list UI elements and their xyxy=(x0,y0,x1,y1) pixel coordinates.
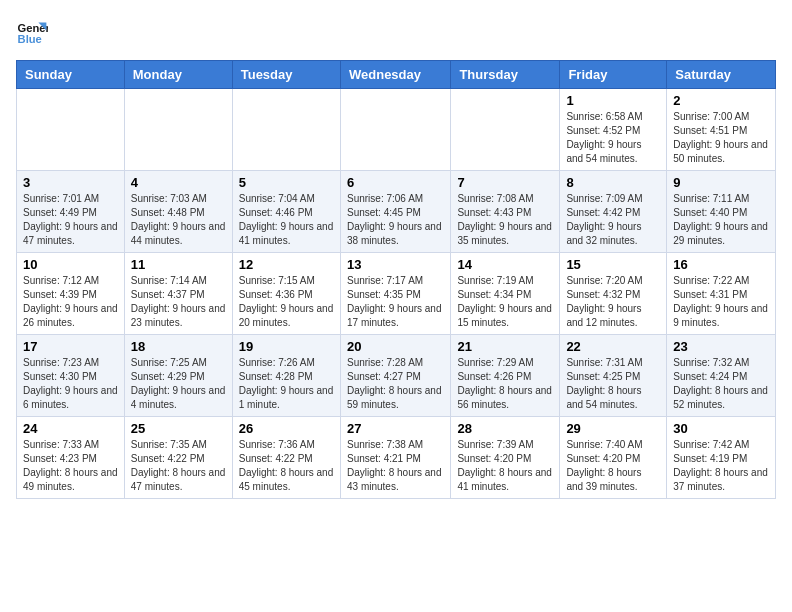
calendar-cell xyxy=(124,89,232,171)
day-info: Sunrise: 7:26 AM Sunset: 4:28 PM Dayligh… xyxy=(239,356,334,412)
calendar-cell: 20Sunrise: 7:28 AM Sunset: 4:27 PM Dayli… xyxy=(340,335,450,417)
day-number: 26 xyxy=(239,421,334,436)
logo: General Blue xyxy=(16,16,48,48)
day-info: Sunrise: 7:31 AM Sunset: 4:25 PM Dayligh… xyxy=(566,356,660,412)
calendar-cell: 26Sunrise: 7:36 AM Sunset: 4:22 PM Dayli… xyxy=(232,417,340,499)
calendar-header-saturday: Saturday xyxy=(667,61,776,89)
day-number: 25 xyxy=(131,421,226,436)
day-info: Sunrise: 7:25 AM Sunset: 4:29 PM Dayligh… xyxy=(131,356,226,412)
day-number: 4 xyxy=(131,175,226,190)
day-number: 17 xyxy=(23,339,118,354)
day-info: Sunrise: 7:09 AM Sunset: 4:42 PM Dayligh… xyxy=(566,192,660,248)
calendar-table: SundayMondayTuesdayWednesdayThursdayFrid… xyxy=(16,60,776,499)
day-info: Sunrise: 7:28 AM Sunset: 4:27 PM Dayligh… xyxy=(347,356,444,412)
calendar-cell: 17Sunrise: 7:23 AM Sunset: 4:30 PM Dayli… xyxy=(17,335,125,417)
day-number: 2 xyxy=(673,93,769,108)
day-number: 23 xyxy=(673,339,769,354)
calendar-cell: 6Sunrise: 7:06 AM Sunset: 4:45 PM Daylig… xyxy=(340,171,450,253)
day-info: Sunrise: 7:04 AM Sunset: 4:46 PM Dayligh… xyxy=(239,192,334,248)
day-number: 11 xyxy=(131,257,226,272)
calendar-week-row: 1Sunrise: 6:58 AM Sunset: 4:52 PM Daylig… xyxy=(17,89,776,171)
day-info: Sunrise: 7:20 AM Sunset: 4:32 PM Dayligh… xyxy=(566,274,660,330)
calendar-header-wednesday: Wednesday xyxy=(340,61,450,89)
calendar-cell: 10Sunrise: 7:12 AM Sunset: 4:39 PM Dayli… xyxy=(17,253,125,335)
day-number: 29 xyxy=(566,421,660,436)
day-number: 30 xyxy=(673,421,769,436)
calendar-header-monday: Monday xyxy=(124,61,232,89)
day-info: Sunrise: 7:38 AM Sunset: 4:21 PM Dayligh… xyxy=(347,438,444,494)
calendar-cell: 5Sunrise: 7:04 AM Sunset: 4:46 PM Daylig… xyxy=(232,171,340,253)
calendar-cell: 12Sunrise: 7:15 AM Sunset: 4:36 PM Dayli… xyxy=(232,253,340,335)
calendar-cell: 13Sunrise: 7:17 AM Sunset: 4:35 PM Dayli… xyxy=(340,253,450,335)
day-info: Sunrise: 7:00 AM Sunset: 4:51 PM Dayligh… xyxy=(673,110,769,166)
calendar-cell: 8Sunrise: 7:09 AM Sunset: 4:42 PM Daylig… xyxy=(560,171,667,253)
day-info: Sunrise: 7:23 AM Sunset: 4:30 PM Dayligh… xyxy=(23,356,118,412)
calendar-cell: 23Sunrise: 7:32 AM Sunset: 4:24 PM Dayli… xyxy=(667,335,776,417)
day-info: Sunrise: 7:19 AM Sunset: 4:34 PM Dayligh… xyxy=(457,274,553,330)
calendar-body: 1Sunrise: 6:58 AM Sunset: 4:52 PM Daylig… xyxy=(17,89,776,499)
day-number: 18 xyxy=(131,339,226,354)
calendar-week-row: 24Sunrise: 7:33 AM Sunset: 4:23 PM Dayli… xyxy=(17,417,776,499)
calendar-cell: 11Sunrise: 7:14 AM Sunset: 4:37 PM Dayli… xyxy=(124,253,232,335)
page-header: General Blue xyxy=(16,16,776,48)
calendar-header-row: SundayMondayTuesdayWednesdayThursdayFrid… xyxy=(17,61,776,89)
day-info: Sunrise: 7:06 AM Sunset: 4:45 PM Dayligh… xyxy=(347,192,444,248)
day-number: 14 xyxy=(457,257,553,272)
day-number: 28 xyxy=(457,421,553,436)
day-info: Sunrise: 6:58 AM Sunset: 4:52 PM Dayligh… xyxy=(566,110,660,166)
day-info: Sunrise: 7:32 AM Sunset: 4:24 PM Dayligh… xyxy=(673,356,769,412)
calendar-cell: 21Sunrise: 7:29 AM Sunset: 4:26 PM Dayli… xyxy=(451,335,560,417)
day-info: Sunrise: 7:33 AM Sunset: 4:23 PM Dayligh… xyxy=(23,438,118,494)
day-info: Sunrise: 7:12 AM Sunset: 4:39 PM Dayligh… xyxy=(23,274,118,330)
day-number: 24 xyxy=(23,421,118,436)
calendar-cell xyxy=(451,89,560,171)
day-info: Sunrise: 7:29 AM Sunset: 4:26 PM Dayligh… xyxy=(457,356,553,412)
day-number: 3 xyxy=(23,175,118,190)
day-info: Sunrise: 7:14 AM Sunset: 4:37 PM Dayligh… xyxy=(131,274,226,330)
day-number: 21 xyxy=(457,339,553,354)
day-info: Sunrise: 7:22 AM Sunset: 4:31 PM Dayligh… xyxy=(673,274,769,330)
calendar-cell: 1Sunrise: 6:58 AM Sunset: 4:52 PM Daylig… xyxy=(560,89,667,171)
day-info: Sunrise: 7:03 AM Sunset: 4:48 PM Dayligh… xyxy=(131,192,226,248)
calendar-cell xyxy=(232,89,340,171)
day-number: 13 xyxy=(347,257,444,272)
day-info: Sunrise: 7:42 AM Sunset: 4:19 PM Dayligh… xyxy=(673,438,769,494)
day-info: Sunrise: 7:01 AM Sunset: 4:49 PM Dayligh… xyxy=(23,192,118,248)
calendar-cell: 18Sunrise: 7:25 AM Sunset: 4:29 PM Dayli… xyxy=(124,335,232,417)
day-number: 6 xyxy=(347,175,444,190)
calendar-cell: 24Sunrise: 7:33 AM Sunset: 4:23 PM Dayli… xyxy=(17,417,125,499)
day-info: Sunrise: 7:36 AM Sunset: 4:22 PM Dayligh… xyxy=(239,438,334,494)
calendar-header-sunday: Sunday xyxy=(17,61,125,89)
day-info: Sunrise: 7:17 AM Sunset: 4:35 PM Dayligh… xyxy=(347,274,444,330)
calendar-cell: 19Sunrise: 7:26 AM Sunset: 4:28 PM Dayli… xyxy=(232,335,340,417)
day-number: 5 xyxy=(239,175,334,190)
day-number: 1 xyxy=(566,93,660,108)
calendar-cell: 7Sunrise: 7:08 AM Sunset: 4:43 PM Daylig… xyxy=(451,171,560,253)
calendar-week-row: 3Sunrise: 7:01 AM Sunset: 4:49 PM Daylig… xyxy=(17,171,776,253)
calendar-cell: 16Sunrise: 7:22 AM Sunset: 4:31 PM Dayli… xyxy=(667,253,776,335)
day-number: 9 xyxy=(673,175,769,190)
day-number: 27 xyxy=(347,421,444,436)
calendar-header-tuesday: Tuesday xyxy=(232,61,340,89)
day-info: Sunrise: 7:35 AM Sunset: 4:22 PM Dayligh… xyxy=(131,438,226,494)
day-number: 12 xyxy=(239,257,334,272)
day-info: Sunrise: 7:15 AM Sunset: 4:36 PM Dayligh… xyxy=(239,274,334,330)
calendar-cell xyxy=(340,89,450,171)
calendar-cell: 9Sunrise: 7:11 AM Sunset: 4:40 PM Daylig… xyxy=(667,171,776,253)
calendar-cell: 2Sunrise: 7:00 AM Sunset: 4:51 PM Daylig… xyxy=(667,89,776,171)
day-number: 15 xyxy=(566,257,660,272)
day-info: Sunrise: 7:08 AM Sunset: 4:43 PM Dayligh… xyxy=(457,192,553,248)
calendar-cell: 25Sunrise: 7:35 AM Sunset: 4:22 PM Dayli… xyxy=(124,417,232,499)
day-number: 20 xyxy=(347,339,444,354)
calendar-header-friday: Friday xyxy=(560,61,667,89)
day-info: Sunrise: 7:39 AM Sunset: 4:20 PM Dayligh… xyxy=(457,438,553,494)
svg-text:Blue: Blue xyxy=(18,33,42,45)
day-info: Sunrise: 7:40 AM Sunset: 4:20 PM Dayligh… xyxy=(566,438,660,494)
day-info: Sunrise: 7:11 AM Sunset: 4:40 PM Dayligh… xyxy=(673,192,769,248)
calendar-cell: 4Sunrise: 7:03 AM Sunset: 4:48 PM Daylig… xyxy=(124,171,232,253)
calendar-header-thursday: Thursday xyxy=(451,61,560,89)
calendar-cell: 3Sunrise: 7:01 AM Sunset: 4:49 PM Daylig… xyxy=(17,171,125,253)
day-number: 16 xyxy=(673,257,769,272)
calendar-week-row: 10Sunrise: 7:12 AM Sunset: 4:39 PM Dayli… xyxy=(17,253,776,335)
calendar-cell: 22Sunrise: 7:31 AM Sunset: 4:25 PM Dayli… xyxy=(560,335,667,417)
